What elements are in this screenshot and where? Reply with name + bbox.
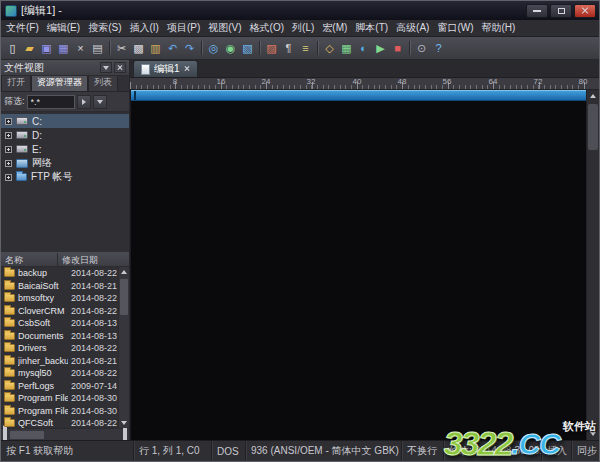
tree-item-drive-c[interactable]: C: <box>1 114 129 128</box>
panel-menu-button[interactable] <box>100 62 112 73</box>
replace-icon[interactable]: ◉ <box>222 40 239 57</box>
app-window: [编辑1] - 文件(F) 编辑(E) 搜索(S) 插入(I) 项目(P) 视图… <box>0 0 600 462</box>
word-wrap-icon[interactable]: ¶ <box>280 40 297 57</box>
column-header-name[interactable]: 名称 <box>1 253 58 266</box>
menu-view[interactable]: 视图(V) <box>204 19 245 37</box>
ruler-number: 8 <box>173 78 177 86</box>
menu-project[interactable]: 项目(P) <box>163 19 204 37</box>
menu-help[interactable]: 帮助(H) <box>478 19 520 37</box>
expand-icon[interactable] <box>5 132 12 139</box>
find-in-files-icon[interactable]: ▧ <box>239 40 256 57</box>
menu-insert[interactable]: 插入(I) <box>125 19 162 37</box>
menu-format[interactable]: 格式(O) <box>246 19 288 37</box>
file-view-header: 文件视图 <box>1 60 129 76</box>
tree-item-drive-e[interactable]: E: <box>1 142 129 156</box>
apply-filter-button[interactable] <box>77 95 91 109</box>
editor-vertical-scrollbar[interactable] <box>586 90 599 440</box>
scrollbar-thumb[interactable] <box>10 431 44 439</box>
expand-icon[interactable] <box>5 146 12 153</box>
panel-close-button[interactable] <box>114 62 126 73</box>
web-browser-icon[interactable]: ◐ <box>355 40 372 57</box>
file-list-row[interactable]: Program File...2014-08-30 09 <box>1 405 118 418</box>
scroll-down-button[interactable] <box>119 418 129 428</box>
tab-explorer[interactable]: 资源管理器 <box>31 76 88 91</box>
file-list-row[interactable]: BaicaiSoft2014-08-21 16 <box>1 280 118 293</box>
cut-icon[interactable]: ✂ <box>113 40 130 57</box>
arrow-up-icon <box>121 270 127 274</box>
open-file-icon[interactable]: ▰ <box>21 40 38 57</box>
hex-mode-icon[interactable]: ≡ <box>297 40 314 57</box>
settings-icon[interactable]: ⊙ <box>413 40 430 57</box>
tab-close-icon[interactable] <box>184 66 190 72</box>
column-mode-icon[interactable]: ▨ <box>263 40 280 57</box>
print-icon[interactable]: ▤ <box>89 40 106 57</box>
close-button[interactable] <box>574 4 596 18</box>
file-date: 2014-08-22 08 <box>71 368 118 378</box>
file-list-horizontal-scrollbar[interactable] <box>1 428 129 440</box>
menu-window[interactable]: 窗口(W) <box>433 19 477 37</box>
save-icon[interactable]: ▣ <box>38 40 55 57</box>
drive-icon <box>16 131 28 139</box>
paste-icon[interactable]: ▥ <box>147 40 164 57</box>
compare-files-icon[interactable]: ▦ <box>338 40 355 57</box>
file-list-row[interactable]: Drivers2014-08-22 16 <box>1 342 118 355</box>
file-list-row[interactable]: QFCSoft2014-08-22 08 <box>1 417 118 428</box>
run-macro-icon[interactable]: ▶ <box>372 40 389 57</box>
expand-icon[interactable] <box>5 160 12 167</box>
filter-row: 筛选: <box>1 92 129 112</box>
filter-input[interactable] <box>27 95 75 109</box>
scrollbar-thumb[interactable] <box>588 104 598 150</box>
menu-column[interactable]: 列(L) <box>288 19 318 37</box>
filter-dropdown-button[interactable] <box>93 95 107 109</box>
text-editor[interactable] <box>130 90 599 440</box>
scroll-up-button[interactable] <box>119 267 129 277</box>
tree-item-ftp-accounts[interactable]: FTP 帐号 <box>1 170 129 184</box>
column-header-date[interactable]: 修改日期 <box>58 253 129 266</box>
file-list-row[interactable]: jinher_backup2014-08-21 18 <box>1 355 118 368</box>
save-all-icon[interactable]: ▦ <box>55 40 72 57</box>
file-list-row[interactable]: Documents2014-08-13 14 <box>1 330 118 343</box>
new-file-icon[interactable]: ▯ <box>4 40 21 57</box>
file-list-row[interactable]: CloverCRM2014-08-22 08 <box>1 305 118 318</box>
file-list-row[interactable]: PerfLogs2009-07-14 11 <box>1 380 118 393</box>
scroll-up-button[interactable] <box>587 90 599 102</box>
window-title: [编辑1] - <box>21 3 522 18</box>
file-list-row[interactable]: backup2014-08-22 10 <box>1 267 118 280</box>
menu-file[interactable]: 文件(F) <box>2 19 43 37</box>
expand-icon[interactable] <box>5 174 12 181</box>
scrollbar-thumb[interactable] <box>120 279 128 315</box>
tab-edit1[interactable]: 编辑1 <box>133 60 198 77</box>
file-list-row[interactable]: mysql502014-08-22 08 <box>1 367 118 380</box>
redo-icon[interactable]: ↷ <box>181 40 198 57</box>
minimize-button[interactable] <box>526 4 548 18</box>
file-name: Drivers <box>18 343 68 353</box>
file-list-row[interactable]: bmsoftxy2014-08-22 08 <box>1 292 118 305</box>
close-file-icon[interactable]: × <box>72 40 89 57</box>
close-icon <box>581 7 589 15</box>
tab-open-files[interactable]: 打开 <box>1 76 31 91</box>
menu-advanced[interactable]: 高级(A) <box>392 19 433 37</box>
tree-item-network[interactable]: 网络 <box>1 156 129 170</box>
find-icon[interactable]: ◎ <box>205 40 222 57</box>
scrollbar-track[interactable] <box>9 431 121 439</box>
copy-icon[interactable]: ▩ <box>130 40 147 57</box>
tree-item-drive-d[interactable]: D: <box>1 128 129 142</box>
scroll-down-button[interactable] <box>587 428 599 440</box>
help-icon[interactable]: ? <box>430 40 447 57</box>
menu-search[interactable]: 搜索(S) <box>84 19 125 37</box>
menu-script[interactable]: 脚本(T) <box>351 19 392 37</box>
tree-item-label: C: <box>32 116 42 127</box>
maximize-button[interactable] <box>550 4 572 18</box>
syntax-highlight-icon[interactable]: ◇ <box>321 40 338 57</box>
file-list-vertical-scrollbar[interactable] <box>118 267 129 428</box>
stop-macro-icon[interactable]: ■ <box>389 40 406 57</box>
tab-lists[interactable]: 列表 <box>88 76 118 91</box>
undo-icon[interactable]: ↶ <box>164 40 181 57</box>
menu-macro[interactable]: 宏(M) <box>318 19 351 37</box>
ruler-number: 72 <box>534 78 543 86</box>
file-list-row[interactable]: Program Files2014-08-30 09 <box>1 392 118 405</box>
ruler-number: 16 <box>217 78 226 86</box>
menu-edit[interactable]: 编辑(E) <box>43 19 84 37</box>
file-list-row[interactable]: CsbSoft2014-08-13 14 <box>1 317 118 330</box>
expand-icon[interactable] <box>5 118 12 125</box>
